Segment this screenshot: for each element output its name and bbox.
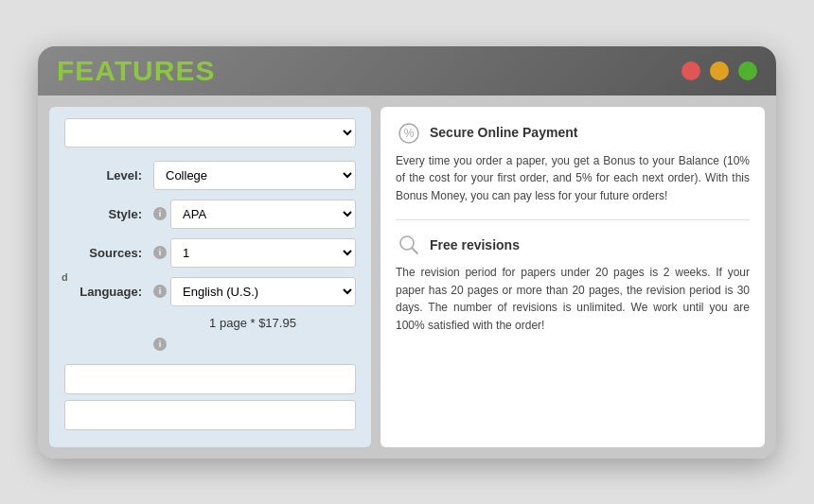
- secure-payment-title: Secure Online Payment: [430, 123, 577, 143]
- level-row: Level: College: [64, 161, 356, 190]
- bottom-input-2[interactable]: [64, 400, 356, 430]
- extra-info-icon[interactable]: i: [153, 338, 167, 351]
- free-revisions-section: Free revisions The revision period for p…: [396, 232, 750, 334]
- title-left: FEATURES: [57, 55, 215, 87]
- style-info-icon[interactable]: i: [153, 207, 167, 220]
- payment-icon: %: [396, 120, 422, 147]
- level-label: Level:: [64, 168, 150, 182]
- language-select[interactable]: English (U.S.): [170, 277, 356, 306]
- left-panel: d Level: College Style: i APA: [49, 107, 371, 447]
- price-text: 1 page * $17.95: [150, 316, 356, 330]
- bottom-inputs: [64, 364, 356, 430]
- free-revisions-header: Free revisions: [396, 232, 750, 258]
- sources-row: Sources: i 1: [64, 238, 356, 268]
- main-window: FEATURES d Level: College: [38, 46, 776, 459]
- language-label: Language:: [64, 285, 150, 299]
- extra-info-row: i: [150, 338, 356, 351]
- top-dropdown[interactable]: [64, 118, 356, 148]
- page-title: FEATURES: [57, 55, 215, 87]
- svg-text:%: %: [404, 127, 415, 140]
- level-select[interactable]: College: [153, 161, 356, 190]
- sources-label: Sources:: [64, 246, 150, 260]
- minimize-button[interactable]: [710, 61, 729, 80]
- maximize-button[interactable]: [738, 61, 757, 80]
- language-info-icon[interactable]: i: [153, 285, 167, 298]
- section-divider: [396, 219, 750, 220]
- bottom-input-1[interactable]: [64, 364, 356, 394]
- style-select[interactable]: APA: [170, 200, 356, 229]
- close-button[interactable]: [681, 61, 700, 80]
- svg-line-3: [413, 249, 418, 254]
- secure-payment-header: % Secure Online Payment: [396, 120, 750, 147]
- top-dropdown-row: [64, 118, 356, 148]
- main-content: d Level: College Style: i APA: [38, 96, 776, 459]
- secure-payment-body: Every time you order a paper, you get a …: [396, 152, 750, 205]
- titlebar: FEATURES: [38, 46, 776, 96]
- edge-label: d: [62, 271, 68, 283]
- sources-select[interactable]: 1: [170, 238, 356, 268]
- style-label: Style:: [64, 207, 150, 221]
- window-controls: [681, 61, 757, 80]
- sources-info-icon[interactable]: i: [153, 246, 167, 259]
- revisions-icon: [396, 232, 422, 258]
- style-row: Style: i APA: [64, 200, 356, 229]
- free-revisions-title: Free revisions: [430, 235, 520, 255]
- right-panel: % Secure Online Payment Every time you o…: [380, 107, 765, 447]
- language-row: Language: i English (U.S.): [64, 277, 356, 306]
- free-revisions-body: The revision period for papers under 20 …: [396, 264, 750, 334]
- secure-payment-section: % Secure Online Payment Every time you o…: [396, 120, 750, 205]
